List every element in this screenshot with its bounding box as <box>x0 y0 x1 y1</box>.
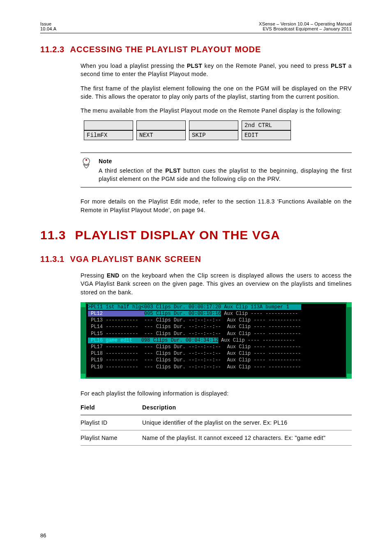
menu-cell-r1c1 <box>84 120 133 130</box>
issue-value: 10.04.A <box>40 26 56 31</box>
field-description-table: Field Description Playlist IDUnique iden… <box>81 402 352 446</box>
page-header: Issue 10.04.A XSense – Version 10.04 – O… <box>40 21 352 31</box>
vga-duration: Dur. --:--:--:-- <box>174 317 221 323</box>
para-info-displayed: For each playlist the following informat… <box>81 390 352 397</box>
field-description: Name of the playlist. It cannot exceed 1… <box>142 430 352 445</box>
field-description: Unique identifier of the playlist on the… <box>142 415 352 430</box>
svg-point-0 <box>83 158 90 164</box>
section-1123-heading: 11.2.3 ACCESSING THE PLAYLIST PLAYOUT MO… <box>40 45 352 54</box>
text-span: key on the Remote Panel, you need to pre… <box>202 62 331 69</box>
vga-clip-count: 003 Clips <box>144 304 174 310</box>
vga-clip-count: --- Clips <box>141 324 174 330</box>
vga-duration: Dur. --:--:--:-- <box>174 344 221 350</box>
vga-screenshot: >PL11 1st half hlg<003 Clips Dur. 00:00:… <box>81 302 352 379</box>
text-span: When you load a playlist pressing the <box>81 62 187 69</box>
vga-aux-clip: Aux Clip ---- ----------- <box>221 344 304 350</box>
section-113-number: 11.3 <box>40 228 66 242</box>
note-body: Note A third selection of the PLST butto… <box>99 157 352 183</box>
vga-playlist-id-name: PL13 ----------- <box>88 317 141 323</box>
vga-clip-count: --- Clips <box>141 344 174 350</box>
vga-playlist-id-name: PL12 <box>88 311 144 317</box>
vga-row: PL10 ----------- --- Clips Dur. --:--:--… <box>86 364 346 370</box>
scroll-corner-icon <box>347 302 352 307</box>
remote-menu-table: 2nd CTRL FilmFX NEXT SKIP EDIT <box>81 120 294 140</box>
vga-aux-clip: Aux Clip ---- ----------- <box>218 338 298 343</box>
vga-clip-count: 005 Clips <box>144 311 174 317</box>
vga-row: PL13 ----------- --- Clips Dur. --:--:--… <box>86 317 346 324</box>
vga-aux-clip: Aux Clip ---- ----------- <box>221 351 304 356</box>
vga-aux-clip: Aux Clip ---- ----------- <box>221 331 304 337</box>
issue-label: Issue <box>40 21 56 26</box>
menu-cell-2nd-ctrl: 2nd CTRL <box>242 120 291 130</box>
vga-duration: Dur. 00:00:17:20 <box>174 304 221 310</box>
vga-row <box>86 370 346 377</box>
page-number: 86 <box>40 532 46 539</box>
vga-row: PL19 ----------- --- Clips Dur. --:--:--… <box>86 357 346 363</box>
vga-row: >PL11 1st half hlg<003 Clips Dur. 00:00:… <box>86 304 346 310</box>
menu-cell-r1c3 <box>189 120 238 130</box>
vga-row: PL16 game edit 098 Clips Dur. 00:04:34:1… <box>86 337 346 344</box>
vga-playlist-id-name: PL15 ----------- <box>88 331 141 337</box>
field-name: Playlist Name <box>81 430 142 445</box>
product-name: XSense – Version 10.04 – Operating Manua… <box>259 21 352 26</box>
vga-row: PL17 ----------- --- Clips Dur. --:--:--… <box>86 344 346 350</box>
para-load-playlist: When you load a playlist pressing the PL… <box>81 62 352 79</box>
note-title: Note <box>99 157 352 165</box>
menu-cell-filmfx: FilmFX <box>84 130 133 140</box>
vga-duration: Dur. --:--:--:-- <box>174 364 221 370</box>
vga-clip-count: 098 Clips <box>141 338 171 343</box>
end-key: END <box>107 272 120 279</box>
note-block: Note A third selection of the PLST butto… <box>81 153 352 187</box>
vga-aux-clip: Aux Clip ---- ----------- <box>221 357 304 363</box>
vga-clip-count: --- Clips <box>141 364 174 370</box>
menu-cell-next: NEXT <box>136 130 186 140</box>
scroll-corner-icon <box>81 374 85 379</box>
text-span: on the keyboard when the Clip screen is … <box>81 272 352 296</box>
svg-point-1 <box>85 159 87 161</box>
vga-playlist-id-name <box>88 371 304 377</box>
field-name: Playlist ID <box>81 415 142 430</box>
vendor-line: EVS Broadcast Equipment – January 2011 <box>259 26 352 31</box>
plst-key-1: PLST <box>187 62 202 69</box>
vga-playlist-id-name: PL16 game edit <box>88 338 141 343</box>
col-field: Field <box>81 402 142 415</box>
section-113-heading: 11.3 PLAYLIST DISPLAY ON THE VGA <box>40 228 352 242</box>
vga-aux-clip: Aux Clip ---- ----------- <box>221 311 301 317</box>
note-icon <box>81 157 92 183</box>
vga-duration: Dur. --:--:--:-- <box>174 357 221 363</box>
section-1123-title: ACCESSING THE PLAYLIST PLAYOUT MODE <box>70 45 261 54</box>
vga-playlist-id-name: PL17 ----------- <box>88 344 141 350</box>
vga-playlist-id-name: >PL11 1st half hlg< <box>88 304 144 310</box>
vga-playlist-id-name: PL18 ----------- <box>88 351 141 356</box>
plst-key-2: PLST <box>331 62 346 69</box>
plst-button-ref: PLST <box>165 167 180 174</box>
menu-cell-edit: EDIT <box>242 130 291 140</box>
col-description: Description <box>142 402 352 415</box>
vga-clip-count: --- Clips <box>141 357 174 363</box>
vga-playlist-id-name: PL19 ----------- <box>88 357 141 363</box>
table-row: Playlist IDUnique identifier of the play… <box>81 415 352 430</box>
vga-duration: Dur. 00:04:34:12 <box>171 338 218 343</box>
vga-row: PL18 ----------- --- Clips Dur. --:--:--… <box>86 350 346 357</box>
vga-playlist-id-name: PL10 ----------- <box>88 364 141 370</box>
vga-aux-clip: Aux Clip 113A bumper 1 <box>221 304 301 310</box>
vga-playlist-id-name: PL14 ----------- <box>88 324 141 330</box>
vga-clip-count: --- Clips <box>141 317 174 323</box>
scroll-corner-icon <box>81 302 85 307</box>
para-more-details: For more details on the Playlist Edit mo… <box>81 197 352 214</box>
vga-duration: Dur. --:--:--:-- <box>174 331 221 337</box>
header-left: Issue 10.04.A <box>40 21 56 31</box>
vga-duration: Dur. 00:00:10:16 <box>174 311 221 317</box>
para-first-frame: The first frame of the playlist element … <box>81 84 352 101</box>
text-span: Pressing <box>81 272 107 279</box>
section-1131-heading: 11.3.1 VGA PLAYLIST BANK SCREEN <box>40 254 352 264</box>
vga-aux-clip: Aux Clip ---- ----------- <box>221 364 304 370</box>
table-row: Playlist NameName of the playlist. It ca… <box>81 430 352 445</box>
scroll-corner-icon <box>347 374 352 379</box>
menu-cell-skip: SKIP <box>189 130 238 140</box>
header-right: XSense – Version 10.04 – Operating Manua… <box>259 21 352 31</box>
para-menu-intro: The menu available from the Playlist Pla… <box>81 106 352 115</box>
vga-row: PL14 ----------- --- Clips Dur. --:--:--… <box>86 324 346 330</box>
vga-duration: Dur. --:--:--:-- <box>174 324 221 330</box>
para-pressing-end: Pressing END on the keyboard when the Cl… <box>81 271 352 296</box>
